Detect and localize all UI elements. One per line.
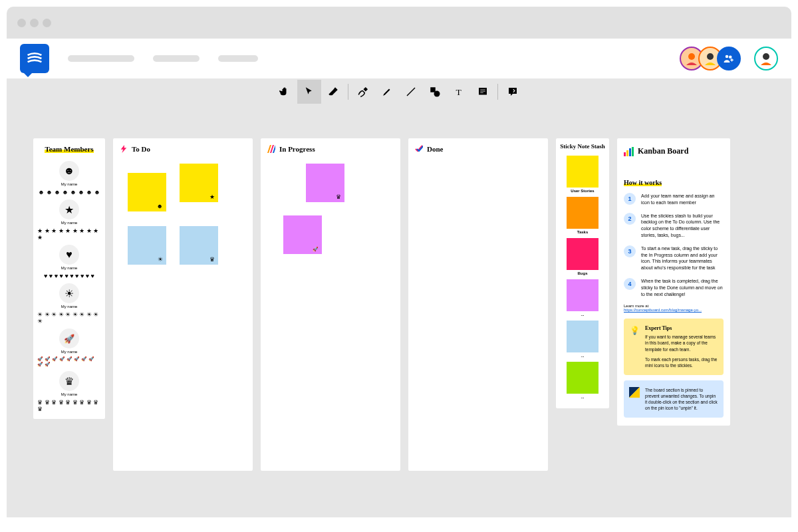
pointer-tool-icon[interactable] bbox=[297, 80, 321, 104]
team-member[interactable]: 🚀My name bbox=[37, 329, 101, 354]
svg-point-0 bbox=[688, 53, 695, 60]
team-members-panel: Team Members ☻My name ☻ ☻ ☻ ☻ ☻ ☻ ☻ ☻ ★M… bbox=[33, 138, 105, 419]
learn-more-link[interactable]: https://conceptboard.com/blog/manage-yo.… bbox=[624, 308, 702, 312]
icon-row[interactable]: ♛ ♛ ♛ ♛ ♛ ♛ ♛ ♛ ♛ ♛ bbox=[37, 399, 101, 412]
breadcrumb-placeholder bbox=[153, 55, 200, 62]
lightning-icon bbox=[120, 145, 128, 153]
svg-point-6 bbox=[434, 91, 440, 97]
shape-tool-icon[interactable] bbox=[423, 80, 447, 104]
svg-point-3 bbox=[729, 56, 732, 59]
icon-row[interactable]: ♥ ♥ ♥ ♥ ♥ ♥ ♥ ♥ ♥ ♥ bbox=[37, 273, 101, 279]
sun-icon: ☀ bbox=[158, 256, 163, 263]
star-icon: ★ bbox=[209, 194, 215, 200]
eraser-tool-icon[interactable] bbox=[321, 80, 345, 104]
sticky-note[interactable]: ★ bbox=[180, 164, 218, 202]
svg-point-1 bbox=[707, 53, 714, 60]
icon-row[interactable]: ★ ★ ★ ★ ★ ★ ★ ★ ★ ★ bbox=[37, 227, 101, 241]
rocket-icon: 🚀 bbox=[59, 329, 79, 348]
icon-row[interactable]: 🚀 🚀 🚀 🚀 🚀 🚀 🚀 🚀 🚀 🚀 bbox=[37, 356, 101, 367]
crown-icon: ♛ bbox=[209, 256, 215, 263]
team-member[interactable]: ★My name bbox=[37, 200, 101, 225]
step-number: 3 bbox=[624, 245, 636, 257]
window-dot bbox=[43, 19, 51, 27]
sun-icon: ☀ bbox=[59, 283, 79, 303]
sticky-note[interactable]: 🚀 bbox=[283, 215, 322, 254]
separator bbox=[497, 84, 498, 100]
sticky-stash-panel: Sticky Note Stash User Stories Tasks Bug… bbox=[556, 138, 609, 408]
app-logo[interactable] bbox=[20, 44, 49, 73]
crown-icon: ♛ bbox=[336, 194, 341, 200]
icon-row[interactable]: ☀ ☀ ☀ ☀ ☀ ☀ ☀ ☀ ☀ ☀ bbox=[37, 311, 101, 325]
add-collaborator-icon[interactable] bbox=[717, 47, 741, 70]
lightbulb-icon: 💡 bbox=[629, 325, 640, 336]
team-member[interactable]: ☻My name bbox=[37, 161, 101, 186]
step-number: 4 bbox=[624, 278, 636, 290]
crown-icon: ♛ bbox=[59, 371, 79, 391]
how-it-works-title: How it works bbox=[624, 179, 662, 186]
smiley-icon: ☻ bbox=[59, 161, 79, 181]
icon-row[interactable]: ☻ ☻ ☻ ☻ ☻ ☻ ☻ ☻ bbox=[37, 189, 101, 196]
sticky-note[interactable]: ♛ bbox=[180, 226, 218, 265]
inprogress-column[interactable]: In Progress ♛ 🚀 bbox=[261, 138, 400, 471]
topbar bbox=[7, 39, 791, 78]
expert-tips-box: 💡 Expert Tips If you want to manage seve… bbox=[624, 319, 724, 374]
stripes-icon bbox=[267, 145, 275, 153]
text-tool-icon[interactable]: T bbox=[447, 80, 471, 104]
team-member[interactable]: ♛My name bbox=[37, 371, 101, 396]
line-tool-icon[interactable] bbox=[399, 80, 423, 104]
star-icon: ★ bbox=[59, 200, 79, 219]
note-tool-icon[interactable] bbox=[471, 80, 495, 104]
sticky-stack-orange[interactable] bbox=[567, 197, 598, 229]
column-title: To Do bbox=[132, 145, 150, 153]
window-dot bbox=[17, 19, 26, 27]
column-title: In Progress bbox=[279, 145, 315, 153]
breadcrumb-placeholder bbox=[68, 55, 134, 62]
collaborator-avatars[interactable] bbox=[680, 47, 741, 70]
info-panel: Kanban Board How it works 1Add your team… bbox=[617, 138, 730, 426]
column-title: Done bbox=[427, 145, 443, 153]
sticky-note[interactable]: ♛ bbox=[306, 164, 344, 202]
team-member[interactable]: ☀My name bbox=[37, 283, 101, 309]
toolbar: T bbox=[7, 78, 791, 105]
svg-point-2 bbox=[726, 55, 729, 59]
pen-tool-icon[interactable] bbox=[351, 80, 375, 104]
sticky-stack-pink[interactable] bbox=[567, 279, 598, 311]
check-icon bbox=[415, 145, 423, 153]
stash-title: Sticky Note Stash bbox=[559, 144, 606, 150]
done-column[interactable]: Done bbox=[408, 138, 548, 471]
sticky-stack-yellow[interactable] bbox=[567, 156, 598, 188]
sticky-stack-blue[interactable] bbox=[567, 321, 598, 352]
comment-tool-icon[interactable] bbox=[501, 80, 525, 104]
heart-icon: ♥ bbox=[59, 245, 79, 265]
sticky-note[interactable]: ☀ bbox=[128, 226, 166, 265]
svg-text:T: T bbox=[456, 87, 462, 97]
svg-point-4 bbox=[763, 53, 769, 60]
rocket-icon: 🚀 bbox=[313, 247, 319, 252]
sticky-note[interactable]: ☻ bbox=[128, 173, 166, 211]
browser-chrome bbox=[7, 7, 791, 39]
board-canvas[interactable]: Team Members ☻My name ☻ ☻ ☻ ☻ ☻ ☻ ☻ ☻ ★M… bbox=[7, 105, 791, 517]
svg-line-5 bbox=[407, 88, 415, 96]
sticky-stack-red[interactable] bbox=[567, 238, 598, 270]
team-panel-title: Team Members bbox=[45, 145, 93, 153]
pinned-info-box: The board section is pinned to prevent u… bbox=[624, 380, 724, 418]
separator bbox=[348, 84, 348, 100]
current-user-avatar[interactable] bbox=[754, 47, 778, 70]
bars-icon bbox=[624, 147, 634, 156]
info-title: Kanban Board bbox=[638, 146, 688, 156]
step-number: 2 bbox=[624, 213, 636, 225]
pin-icon bbox=[629, 387, 640, 398]
team-member[interactable]: ♥My name bbox=[37, 245, 101, 270]
todo-column[interactable]: To Do ☻ ★ ☀ ♛ bbox=[113, 138, 253, 471]
smiley-icon: ☻ bbox=[157, 203, 163, 209]
marker-tool-icon[interactable] bbox=[375, 80, 399, 104]
hand-tool-icon[interactable] bbox=[273, 80, 297, 104]
window-dot bbox=[30, 19, 39, 27]
breadcrumb-placeholder bbox=[218, 55, 258, 62]
sticky-stack-green[interactable] bbox=[567, 362, 598, 394]
step-number: 1 bbox=[624, 193, 636, 205]
